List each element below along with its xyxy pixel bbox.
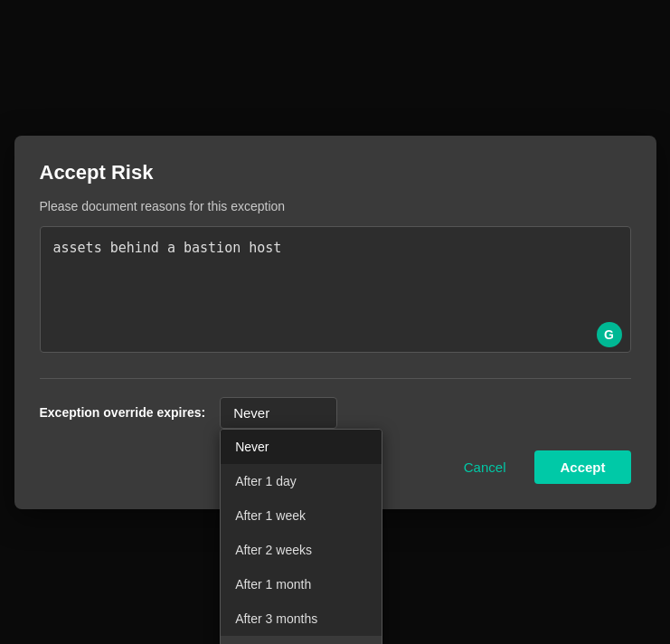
dropdown-item-1month[interactable]: After 1 month (221, 567, 382, 601)
dialog-title: Accept Risk (40, 161, 631, 185)
reason-textarea[interactable]: assets behind a bastion host (40, 226, 631, 353)
accept-risk-dialog: Accept Risk Please document reasons for … (14, 136, 656, 509)
dropdown-item-3months[interactable]: After 3 months (221, 601, 382, 636)
grammarly-g-letter: G (604, 327, 614, 342)
expires-dropdown-menu: Never After 1 day After 1 week After 2 w… (220, 429, 382, 645)
selected-option-text: Never (233, 405, 269, 421)
divider (40, 378, 631, 379)
grammarly-icon[interactable]: G (597, 322, 622, 347)
dropdown-item-6months[interactable]: After 6 months (221, 636, 382, 645)
dropdown-item-2weeks[interactable]: After 2 weeks (221, 533, 382, 567)
dropdown-item-never[interactable]: Never (221, 430, 382, 464)
cancel-button[interactable]: Cancel (449, 452, 521, 482)
dropdown-item-1day[interactable]: After 1 day (221, 464, 382, 498)
accept-button[interactable]: Accept (534, 450, 630, 484)
dropdown-item-1week[interactable]: After 1 week (221, 498, 382, 533)
dialog-subtitle: Please document reasons for this excepti… (40, 199, 631, 213)
reason-textarea-wrapper: assets behind a bastion host G (40, 226, 631, 356)
expires-row: Exception override expires: Never Never … (40, 397, 631, 429)
expires-select-display[interactable]: Never (220, 397, 337, 429)
expires-select-wrapper[interactable]: Never Never After 1 day After 1 week Aft… (220, 397, 337, 429)
expires-label: Exception override expires: (40, 405, 206, 420)
modal-overlay: Accept Risk Please document reasons for … (0, 0, 670, 644)
